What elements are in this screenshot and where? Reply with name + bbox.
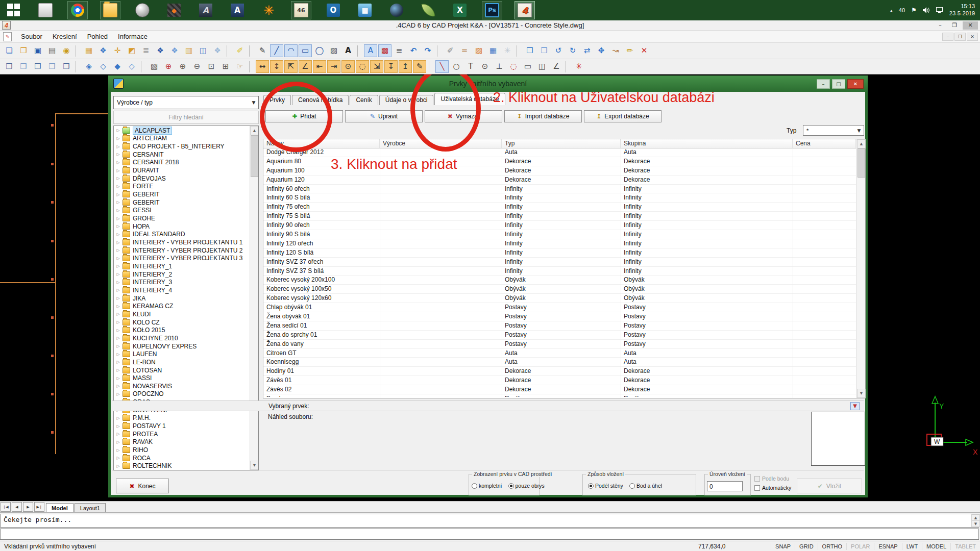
checkbox-podle-bodu[interactable] [754, 476, 760, 482]
mdi-close-button[interactable]: ✕ [967, 33, 978, 41]
door-tool-icon[interactable]: ❖ [96, 44, 110, 57]
export-database-button[interactable]: ↥ Export databáze [584, 110, 662, 122]
tree-item[interactable]: ▷ DŘEVOJAS [114, 174, 250, 183]
menu-item[interactable]: Kreslení [47, 31, 82, 42]
tree-item[interactable]: ▷ OPOCZNO [114, 390, 250, 398]
tree-item[interactable]: ▷ RIHO [114, 446, 250, 454]
paste-icon[interactable]: ❒ [537, 44, 551, 57]
table-row[interactable]: Chlap obývák 01 Postavy Postavy [263, 303, 856, 312]
command-scrollbar[interactable]: ▲ ▼ [971, 514, 979, 527]
tab-cenik[interactable]: Ceník [350, 95, 378, 105]
vlozit-button[interactable]: ✔ Vložit [797, 479, 862, 493]
snap-tangent-icon[interactable]: T [464, 60, 477, 73]
tree-item[interactable]: ▷ KUCHYNE 2010 [114, 334, 250, 342]
mdi-restore-button[interactable]: ❐ [954, 33, 966, 41]
tree-item[interactable]: ▷ POSTAVY 1 [114, 422, 250, 430]
leaf-app-icon[interactable] [419, 2, 438, 19]
system-monitor-icon[interactable] [36, 2, 55, 19]
dialog-minimize-button[interactable]: – [817, 79, 830, 89]
expand-arrow-icon[interactable]: ▷ [115, 464, 121, 468]
add-button[interactable]: ✚ Přidat [265, 110, 343, 122]
table-row[interactable]: Žena do sprchy 01 Postavy Postavy [263, 331, 856, 340]
table-row[interactable]: Koennisegg Auta Auta [263, 358, 856, 367]
expand-arrow-icon[interactable]: ▷ [115, 368, 121, 372]
tree-item[interactable]: ▷ INTERIERY_3 [114, 278, 250, 286]
tree-item[interactable]: ▷ LAUFEN [114, 350, 250, 358]
table-row[interactable]: Infinity 75 S bílá Infinity Infinity [263, 212, 856, 221]
tree-item[interactable]: ▷ ALCAPLAST [114, 127, 250, 135]
table-row[interactable]: Koberec vysoký 120x60 Obývák Obývák [263, 294, 856, 303]
expand-arrow-icon[interactable]: ▷ [115, 272, 121, 277]
tree-item[interactable]: ▷ GESSI [114, 207, 250, 215]
command-history[interactable]: Čekejte prosím... [0, 514, 979, 528]
shield-tool-icon-2[interactable]: ❖ [168, 44, 181, 57]
chrome-icon[interactable] [67, 1, 88, 19]
expand-arrow-icon[interactable]: ▷ [115, 352, 121, 357]
status-toggle[interactable]: LWT [902, 543, 922, 550]
dim-ordinate-icon[interactable]: ↧ [384, 60, 398, 73]
wizard-tool-icon[interactable]: ✐ [233, 44, 247, 57]
edit-button[interactable]: ✎ Upravit [345, 110, 423, 122]
zoom-out-icon[interactable]: ⊖ [190, 60, 204, 73]
expand-arrow-icon[interactable]: ▷ [115, 360, 121, 364]
sketch-pen-icon[interactable]: ✎ [256, 44, 269, 57]
network-icon[interactable] [936, 7, 943, 13]
dim-radius-icon[interactable]: ⊙ [341, 60, 355, 73]
menu-item[interactable]: Informace [113, 31, 153, 42]
building-tool-icon[interactable]: ▥ [182, 44, 195, 57]
snap-center-icon[interactable]: ⊙ [478, 60, 492, 73]
status-toggle[interactable]: TABLET [950, 543, 980, 550]
tree-item[interactable]: ▷ GROHE [114, 214, 250, 222]
tree-item[interactable]: ▷ ARTCERAM [114, 135, 250, 143]
zoom-center-icon[interactable]: ⊕ [162, 60, 175, 73]
photoshop-icon[interactable]: Ps [482, 1, 502, 19]
lens-icon-3[interactable]: ◆ [111, 60, 124, 73]
shield-tool-icon-3[interactable]: ❖ [211, 44, 224, 57]
table-row[interactable]: Koberec vysoký 200x100 Obývák Obývák [263, 276, 856, 285]
column-header[interactable]: Cena [793, 139, 856, 148]
tree-item[interactable]: ▷ CERSANIT 2018 [114, 159, 250, 167]
hatch-edit-icon[interactable]: ▩ [378, 44, 391, 57]
dim-leader-icon[interactable]: ⇲ [370, 60, 383, 73]
snap-nearest-icon[interactable]: ∠ [550, 60, 563, 73]
expand-arrow-icon[interactable]: ▷ [115, 232, 121, 237]
roof-tool-icon[interactable]: ◩ [125, 44, 138, 57]
expand-arrow-icon[interactable]: ▷ [115, 288, 121, 292]
table-row[interactable]: Infinity 60 S bílá Infinity Infinity [263, 193, 856, 203]
undo-icon[interactable]: ↶ [407, 44, 420, 57]
konec-button[interactable]: ✖ Konec [116, 479, 169, 493]
view-cube-icon-1[interactable]: ❒ [3, 60, 16, 73]
chevron-down-icon[interactable]: ▼ [854, 128, 864, 133]
info-dim-icon[interactable]: ✳ [501, 44, 514, 57]
expand-arrow-icon[interactable]: ▷ [115, 456, 121, 460]
expand-arrow-icon[interactable]: ▷ [115, 216, 121, 221]
tab-model[interactable]: Model [46, 503, 74, 513]
snap-none-icon[interactable]: ✳ [572, 60, 585, 73]
tree-item[interactable]: ▷ MASSI [114, 374, 250, 382]
document-menu-icon[interactable]: ✎ [3, 32, 12, 41]
tree-scrollbar[interactable]: ▲ ▼ [250, 126, 258, 470]
search-filters-box[interactable]: Filtry hledání [113, 111, 259, 124]
clock[interactable]: 15:13 23-5-2019 [949, 3, 975, 17]
expand-arrow-icon[interactable]: ▷ [115, 160, 121, 165]
table-row[interactable]: Infinity 60 ořech Infinity Infinity [263, 185, 856, 194]
table-row[interactable]: Infinity SVZ 37 S bílá Infinity Infinity [263, 267, 856, 276]
expand-arrow-icon[interactable]: ▷ [115, 320, 121, 324]
table-row[interactable]: Hodiny 01 Dekorace Dekorace [263, 367, 856, 376]
excel-icon[interactable]: X [450, 2, 470, 19]
calculator-icon[interactable]: ▦ [355, 2, 375, 19]
expand-arrow-icon[interactable]: ▷ [115, 376, 121, 381]
expand-arrow-icon[interactable]: ▷ [115, 280, 121, 285]
table-row[interactable]: Infinity 120 S bílá Infinity Infinity [263, 248, 856, 258]
outlook-icon[interactable]: O [324, 2, 343, 19]
cad-app-icon-1[interactable]: A [196, 2, 215, 19]
zoom-in-icon[interactable]: ⊕ [176, 60, 189, 73]
import-database-button[interactable]: ↧ Import databáze [504, 110, 582, 122]
table-row[interactable]: Aquarium 120 Dekorace Dekorace [263, 176, 856, 185]
dim-continue-icon[interactable]: ⇥ [327, 60, 340, 73]
expand-arrow-icon[interactable]: ▷ [115, 168, 121, 173]
expand-arrow-icon[interactable]: ▷ [115, 248, 121, 253]
tree-item[interactable]: ▷ LOTOSAN [114, 366, 250, 374]
tree-item[interactable]: ▷ NOVASERVIS [114, 382, 250, 390]
expand-arrow-icon[interactable]: ▷ [115, 432, 121, 436]
